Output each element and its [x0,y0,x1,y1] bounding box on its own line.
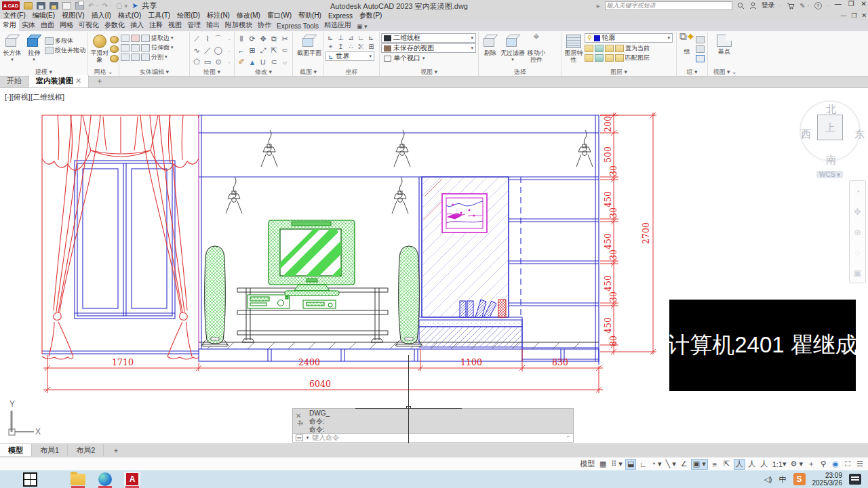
layer-off-icon[interactable] [585,45,593,52]
shell-icon[interactable] [121,54,130,61]
file-tab-close-icon[interactable]: ✕ [75,77,81,85]
rectangle-icon[interactable]: ▭ [204,58,211,66]
ribbon-tab-mesh[interactable]: 网格 [57,19,76,31]
ribbon-tab-view[interactable]: 视图 [165,19,184,31]
panel-label-draw[interactable]: 绘图 ▾ [190,68,234,76]
draw-more1-icon[interactable]: · [228,35,231,43]
help-icon[interactable]: ? [814,2,822,9]
panel-label-solid-editing[interactable]: 实体编辑 ▾ [119,68,189,76]
search-icon[interactable] [737,2,745,9]
ribbon-tab-express[interactable]: Express Tools [274,21,321,31]
panel-label-view2[interactable]: 视图 ▾ ⌄ [708,68,742,76]
viewcube-west[interactable]: 西 [801,128,811,141]
separate-icon[interactable] [141,54,150,61]
window[interactable] [75,161,175,319]
plot-icon[interactable] [75,2,84,9]
scale-icon[interactable]: ⤢ [260,46,267,55]
showmotion-icon[interactable]: ▣ [853,268,861,278]
drawing-canvas[interactable]: [-][俯视][二维线框] [0,88,868,443]
polygon-icon[interactable]: ⬠ [193,58,200,66]
ucs-view-icon[interactable]: ⊾ [368,34,374,41]
draw-more2-icon[interactable]: · [228,47,231,55]
ribbon-tab-visualize[interactable]: 可视化 [76,19,102,31]
zoom-icon[interactable]: ⊕ [854,227,861,237]
minimize-button[interactable]: — [835,0,842,7]
layer-thaw-icon[interactable] [605,54,614,62]
dynamic-input-icon[interactable]: ⬓ [625,459,636,470]
mesh-crease-icon[interactable] [110,55,119,62]
ribbon-options-icon[interactable]: ▣ ▾ [354,22,370,31]
view-cube[interactable]: 北 西 东 南 上 WCS ▾ [792,95,868,176]
tab-layout1[interactable]: 布局1 [32,444,68,456]
pan-icon[interactable]: ✥ [854,207,861,217]
isodraft-icon[interactable]: ╲ ▾ [665,459,677,470]
clean-icon[interactable] [131,54,140,61]
circle-icon[interactable]: ◯ [214,46,222,55]
new-drawing-icon[interactable]: ▢ ▾ [116,2,127,9]
viewport-config-dropdown[interactable]: 单个视口▾ [381,54,456,63]
match-layer-button[interactable]: 匹配图层 [625,54,650,62]
named-views-dropdown[interactable]: 未保存的视图▾ [381,43,476,53]
panel-label-modify[interactable]: 修改 ▾ [235,68,292,76]
ucs-origin-icon[interactable]: ⌖ [329,43,333,51]
workspace-switching-icon[interactable]: ⚙ ▾ [789,459,804,470]
panel-label-selection[interactable]: 选择 [479,68,561,76]
menu-express[interactable]: Express [325,12,356,20]
layer-freeze-icon[interactable] [605,45,614,52]
move-icon[interactable]: ✥ [260,35,266,43]
ime-icon[interactable]: 中 [779,474,787,485]
start-button[interactable] [23,472,37,487]
rotate-icon[interactable]: ⟳ [249,35,255,43]
ortho-toggle-icon[interactable]: ∟ [637,459,648,470]
taskbar-file-explorer[interactable] [70,472,86,487]
viewcube-up-face[interactable]: 上 [817,115,843,140]
ribbon-tab-insert[interactable]: 插入 [127,19,146,31]
array-icon[interactable]: ⊞ [249,46,255,55]
ribbon-tab-solid[interactable]: 实体 [19,19,38,31]
tab-model[interactable]: 模型 [0,444,32,456]
restore-button[interactable]: ❐ [848,0,854,7]
customization-icon[interactable]: ☰ [854,459,865,470]
extrude-face-icon[interactable] [141,44,150,52]
sogou-icon[interactable]: S [793,473,806,485]
trim-icon[interactable]: ✂ [281,35,288,43]
ucs-x-icon[interactable]: ⤪ [359,43,364,51]
cart-icon[interactable] [787,2,795,9]
selection-cycling-icon[interactable]: 人 [734,459,745,470]
viewcube-south[interactable]: 南 [826,154,836,167]
ucs-world-icon[interactable]: ⊥ [338,34,344,41]
box-button[interactable]: 长方体▾ [1,33,23,63]
panel-label-groups[interactable]: 组 ▾ [677,68,707,76]
ucs-3point-icon[interactable]: ∴ [349,43,353,50]
ucs-icon[interactable]: ⊾ [328,34,333,41]
visual-style-dropdown[interactable]: 二维线框▾ [381,33,476,43]
mesh-add-icon[interactable] [110,45,119,53]
ucs-object-icon[interactable]: ⊿ [348,34,353,41]
share-label[interactable]: 共享 [142,1,157,11]
erase-icon[interactable]: ✐ [238,58,244,66]
taskbar-edge[interactable] [97,472,113,487]
new-layout-button[interactable]: ＋ [104,444,127,456]
xline-icon[interactable]: ／ [204,45,212,56]
command-window[interactable]: ✕ ⚒ DWG_ 命令: 命令: ▭▾ 键入命令 ⌃ [292,408,574,443]
file-tab-document[interactable]: 室内装潢图 ✕ [29,75,89,87]
signin-label[interactable]: 登录 [762,1,775,10]
draw-more3-icon[interactable]: · [228,58,231,66]
ribbon-tab-manage[interactable]: 管理 [184,19,203,31]
export-icon[interactable] [62,2,71,9]
ribbon-tab-surface[interactable]: 曲面 [38,19,57,31]
ribbon-tab-output[interactable]: 输出 [203,19,222,31]
section-plane-button[interactable]: 截面平面 [294,33,324,56]
ribbon-tab-featured[interactable]: 精选应用 [321,19,354,31]
copy-icon[interactable]: ⧉ [271,35,277,43]
object-snap-icon[interactable]: ▣ ▾ [691,459,708,470]
presspull-button[interactable]: 按住并拖动 [45,45,85,55]
taskbar-autocad[interactable]: A [124,472,140,487]
search-input[interactable]: 输入关键字或短语 [605,1,732,10]
wcs-button[interactable]: WCS ▾ [816,171,843,178]
ucs-world-dropdown[interactable]: ⊾世界▾ [326,52,374,61]
layer-lock-icon[interactable] [615,45,624,52]
join-icon[interactable]: ⊔ [260,58,267,66]
make-current-button[interactable]: 置为当前 [625,44,650,53]
isolate-objects-icon[interactable]: ⚲ [818,459,829,470]
